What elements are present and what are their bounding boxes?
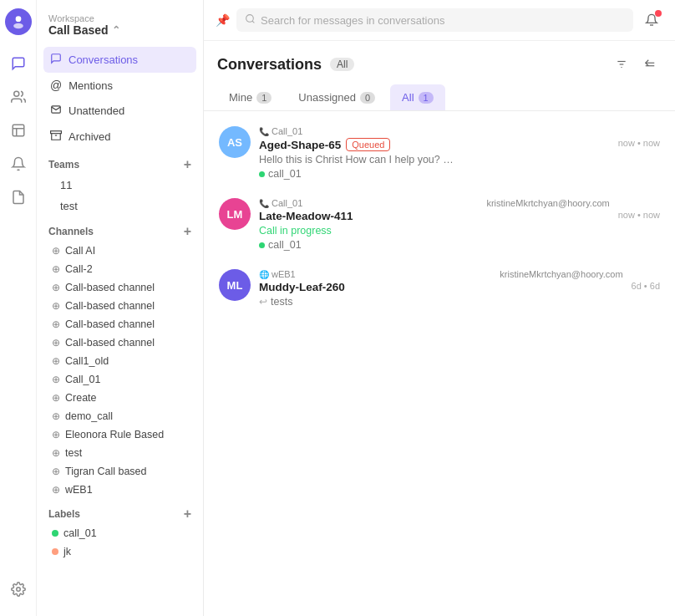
conversations-actions	[610, 53, 662, 76]
svg-point-4	[16, 588, 20, 592]
channel-type-icon: 📞	[259, 127, 269, 136]
conv-time: 6d • 6d	[632, 269, 660, 291]
tab-all[interactable]: All 1	[390, 84, 445, 110]
conversation-item-aged-shape[interactable]: AS 📞 Call_01 Aged-Shape-65 Queued Hello …	[212, 118, 667, 188]
queued-badge: Queued	[346, 138, 390, 151]
channel-item-web1[interactable]: ⊕wEB1	[40, 481, 200, 499]
channel-item-call-2[interactable]: ⊕Call-2	[40, 260, 200, 278]
channel-icon: ⊕	[52, 355, 60, 367]
svg-rect-3	[13, 125, 24, 136]
channel-item-call-ai[interactable]: ⊕Call AI	[40, 242, 200, 260]
label-dot	[52, 530, 58, 537]
search-box[interactable]: Search for messages in conversations	[236, 8, 633, 32]
conv-body: 🌐 wEB1 kristineMkrtchyan@hoory.com Muddy…	[259, 269, 623, 310]
all-count: 1	[419, 92, 434, 104]
channel-icon: ⊕	[52, 466, 60, 477]
channel-item-call-based-3[interactable]: ⊕Call-based channel	[40, 315, 200, 333]
tab-mine[interactable]: Mine 1	[217, 84, 283, 110]
workspace-header[interactable]: Workspace Call Based ⌃	[37, 7, 203, 47]
channel-item-call-based-2[interactable]: ⊕Call-based channel	[40, 297, 200, 315]
status-dot	[259, 242, 265, 248]
conversation-list: AS 📞 Call_01 Aged-Shape-65 Queued Hello …	[204, 111, 675, 616]
add-team-button[interactable]: +	[184, 158, 191, 171]
archived-icon	[50, 130, 62, 144]
sidebar-item-unattended[interactable]: Unattended	[43, 98, 196, 124]
channel-item-test-ch[interactable]: ⊕test	[40, 444, 200, 462]
conv-email: kristineMkrtchyan@hoory.com	[500, 269, 622, 279]
notification-button[interactable]	[640, 8, 663, 32]
conversation-item-late-meadow[interactable]: LM 📞 Call_01 kristineMkrtchyan@hoory.com…	[212, 190, 667, 259]
svg-rect-6	[51, 131, 62, 134]
team-item-11[interactable]: 11	[43, 175, 196, 196]
app-logo	[5, 8, 32, 35]
label-item-call_01[interactable]: call_01	[40, 524, 200, 542]
conv-name-row: Late-Meadow-411	[259, 210, 610, 222]
notifications-nav-icon[interactable]	[3, 149, 33, 179]
channel-item-tigran-call-based[interactable]: ⊕Tigran Call based	[40, 462, 200, 481]
sidebar-item-label: Archived	[69, 130, 111, 143]
label-item-jk[interactable]: jk	[40, 542, 200, 561]
workspace-chevron-icon: ⌃	[112, 24, 120, 36]
channel-label: Call-based channel	[65, 337, 155, 349]
channel-icon: ⊕	[52, 337, 60, 349]
channel-type-icon: 🌐	[259, 270, 269, 279]
avatar: LM	[219, 198, 251, 230]
sort-button[interactable]	[638, 53, 662, 76]
conv-top-row: 🌐 wEB1 kristineMkrtchyan@hoory.com	[259, 269, 623, 279]
contacts-nav-icon[interactable]	[3, 82, 33, 112]
conv-name-row: Aged-Shape-65 Queued	[259, 138, 610, 151]
channel-item-call1-old[interactable]: ⊕Call1_old	[40, 352, 200, 370]
sidebar-item-conversations[interactable]: Conversations	[43, 47, 196, 73]
channel-item-create[interactable]: ⊕Create	[40, 389, 200, 407]
channel-item-call-01[interactable]: ⊕Call_01	[40, 370, 200, 389]
add-channel-button[interactable]: +	[184, 225, 191, 238]
svg-point-0	[15, 16, 21, 22]
team-item-test[interactable]: test	[43, 196, 196, 216]
label-label: jk	[63, 546, 71, 557]
reply-icon: ↩	[259, 296, 267, 308]
sidebar-item-archived[interactable]: Archived	[43, 124, 196, 150]
unassigned-count: 0	[360, 92, 375, 104]
pin-icon[interactable]: 📌	[216, 13, 230, 27]
tab-unassigned[interactable]: Unassigned 0	[287, 84, 387, 110]
channel-item-call-based-4[interactable]: ⊕Call-based channel	[40, 333, 200, 352]
conv-status-row: call_01	[259, 239, 610, 251]
label-dot	[52, 548, 58, 555]
svg-line-9	[252, 21, 254, 23]
mentions-icon: @	[50, 79, 62, 92]
settings-nav-icon[interactable]	[3, 574, 33, 604]
tickets-nav-icon[interactable]	[3, 182, 33, 212]
svg-point-1	[13, 23, 23, 29]
conv-preview: ↩ tests	[259, 296, 623, 308]
conversation-item-muddy-leaf[interactable]: ML 🌐 wEB1 kristineMkrtchyan@hoory.com Mu…	[212, 261, 667, 318]
conv-top-row: 📞 Call_01	[259, 126, 610, 136]
channel-icon: ⊕	[52, 447, 60, 459]
channel-item-demo-call[interactable]: ⊕demo_call	[40, 407, 200, 425]
conversations-icon	[50, 53, 62, 67]
teams-section: Teams +	[37, 150, 203, 175]
add-label-button[interactable]: +	[184, 507, 191, 521]
label-list: call_01jk	[37, 524, 203, 561]
conv-top-row: 📞 Call_01 kristineMkrtchyan@hoory.com	[259, 198, 610, 208]
channels-section: Channels +	[37, 216, 203, 242]
top-bar: 📌 Search for messages in conversations	[204, 0, 675, 41]
channel-item-eleonora-rule-based[interactable]: ⊕Eleonora Rule Based	[40, 425, 200, 444]
channel-type-icon: 📞	[259, 199, 269, 208]
sidebar-item-mentions[interactable]: @ Mentions	[43, 73, 196, 98]
conv-name: Aged-Shape-65	[259, 139, 341, 151]
channel-icon: ⊕	[52, 484, 60, 496]
conversations-nav-icon[interactable]	[3, 48, 33, 79]
channel-item-call-based-1[interactable]: ⊕Call-based channel	[40, 278, 200, 297]
channel-label: demo_call	[65, 410, 113, 422]
channel-icon: ⊕	[52, 392, 60, 404]
filter-button[interactable]	[610, 53, 633, 76]
reports-nav-icon[interactable]	[3, 115, 33, 145]
channel-label: Create	[65, 392, 97, 404]
main-panel: 📌 Search for messages in conversations C…	[204, 0, 675, 616]
sidebar-item-label: Mentions	[69, 79, 113, 92]
conv-body: 📞 Call_01 Aged-Shape-65 Queued Hello thi…	[259, 126, 610, 180]
channel-label: Call_01	[65, 374, 100, 385]
channel-label: Tigran Call based	[65, 466, 147, 477]
channel-icon: ⊕	[52, 263, 60, 275]
avatar: ML	[219, 269, 251, 301]
